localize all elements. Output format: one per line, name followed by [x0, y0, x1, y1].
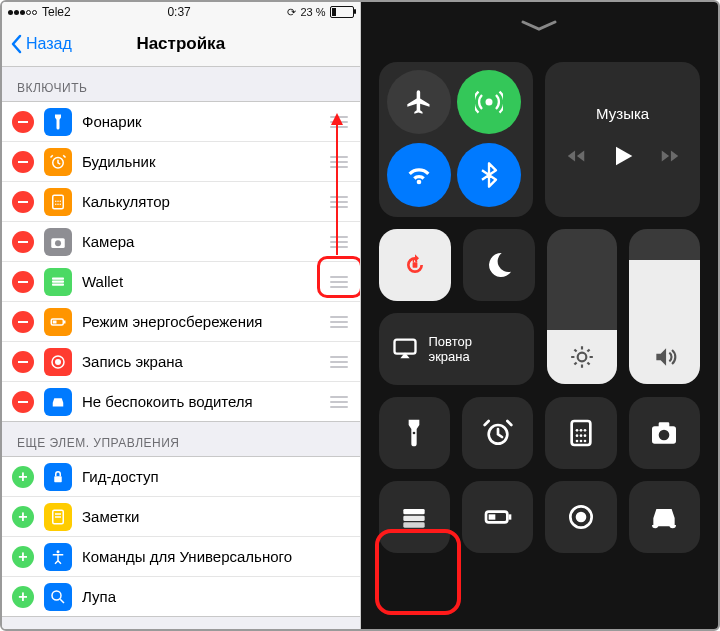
svg-rect-26	[412, 262, 417, 267]
calculator-icon	[565, 417, 597, 449]
cc-wallet[interactable]	[379, 481, 450, 553]
cellular-icon	[475, 88, 503, 116]
notes-icon	[44, 503, 72, 531]
cc-alarm[interactable]	[462, 397, 533, 469]
airplane-toggle[interactable]	[387, 70, 451, 134]
svg-point-2	[55, 200, 57, 202]
record-icon	[44, 348, 72, 376]
drag-handle[interactable]	[328, 396, 350, 408]
svg-point-45	[584, 434, 587, 437]
remove-button[interactable]	[12, 231, 34, 253]
drag-handle[interactable]	[328, 196, 350, 208]
list-item: Заметки	[2, 497, 360, 537]
list-item: Будильник	[2, 142, 360, 182]
bluetooth-icon	[475, 161, 503, 189]
list-item: Запись экрана	[2, 342, 360, 382]
row-label: Будильник	[82, 153, 328, 170]
music-title: Музыка	[596, 105, 649, 122]
rotation-lock-toggle[interactable]	[379, 229, 451, 301]
svg-rect-14	[64, 320, 66, 323]
row-label: Лупа	[82, 588, 350, 605]
list-item: Фонарик	[2, 102, 360, 142]
add-button[interactable]	[12, 546, 34, 568]
drag-handle[interactable]	[328, 316, 350, 328]
svg-point-40	[576, 429, 579, 432]
svg-line-35	[574, 362, 576, 364]
row-label: Не беспокоить водителя	[82, 393, 328, 410]
flashlight-icon	[44, 108, 72, 136]
alarm-icon	[482, 417, 514, 449]
remove-button[interactable]	[12, 391, 34, 413]
flashlight-icon	[398, 417, 430, 449]
svg-line-24	[60, 599, 64, 603]
alarm-icon	[44, 148, 72, 176]
svg-point-9	[55, 240, 61, 246]
add-button[interactable]	[12, 586, 34, 608]
music-tile[interactable]: Музыка	[545, 62, 700, 217]
wallet-icon	[398, 501, 430, 533]
camera-icon	[648, 417, 680, 449]
settings-screen: Tele2 0:37 ⟳ 23 % Назад Настройка ВКЛЮЧИ…	[2, 2, 361, 629]
drag-handle[interactable]	[328, 116, 350, 128]
list-item: Команды для Универсального	[2, 537, 360, 577]
svg-point-5	[55, 203, 57, 205]
cc-screen-record[interactable]	[545, 481, 616, 553]
svg-point-6	[57, 203, 59, 205]
svg-point-48	[584, 440, 587, 443]
cc-low-power[interactable]	[462, 481, 533, 553]
cellular-toggle[interactable]	[457, 70, 521, 134]
status-time: 0:37	[167, 5, 190, 19]
remove-button[interactable]	[12, 111, 34, 133]
cc-driving-dnd[interactable]	[629, 481, 700, 553]
section-include-header: ВКЛЮЧИТЬ	[2, 67, 360, 101]
page-title: Настройка	[136, 34, 225, 54]
svg-rect-12	[52, 283, 64, 285]
cc-flashlight[interactable]	[379, 397, 450, 469]
svg-point-47	[580, 440, 583, 443]
svg-rect-53	[404, 516, 425, 521]
row-label: Гид-доступ	[82, 468, 350, 485]
status-battery: ⟳ 23 %	[287, 6, 353, 19]
cc-camera[interactable]	[629, 397, 700, 469]
music-prev[interactable]	[565, 145, 587, 171]
drag-handle[interactable]	[328, 276, 350, 288]
svg-rect-11	[52, 280, 64, 282]
brightness-slider[interactable]	[547, 229, 618, 384]
list-item: Режим энергосбережения	[2, 302, 360, 342]
screen-mirroring-button[interactable]: Повторэкрана	[379, 313, 534, 385]
svg-point-17	[55, 359, 61, 365]
bluetooth-toggle[interactable]	[457, 143, 521, 207]
remove-button[interactable]	[12, 271, 34, 293]
music-next[interactable]	[659, 145, 681, 171]
remove-button[interactable]	[12, 351, 34, 373]
battery-icon	[44, 308, 72, 336]
back-button[interactable]: Назад	[10, 34, 72, 54]
volume-slider[interactable]	[629, 229, 700, 384]
connectivity-cluster	[379, 62, 534, 217]
wallet-icon	[44, 268, 72, 296]
cc-grabber[interactable]	[361, 2, 719, 62]
battery-icon	[482, 501, 514, 533]
moon-icon	[483, 249, 515, 281]
access-icon	[44, 543, 72, 571]
add-button[interactable]	[12, 506, 34, 528]
list-item: Гид-доступ	[2, 457, 360, 497]
remove-button[interactable]	[12, 151, 34, 173]
wifi-toggle[interactable]	[387, 143, 451, 207]
row-label: Wallet	[82, 273, 328, 290]
drag-handle[interactable]	[328, 156, 350, 168]
drag-handle[interactable]	[328, 356, 350, 368]
remove-button[interactable]	[12, 191, 34, 213]
cc-calculator[interactable]	[545, 397, 616, 469]
add-button[interactable]	[12, 466, 34, 488]
nav-bar: Назад Настройка	[2, 22, 360, 67]
more-table: Гид-доступЗаметкиКоманды для Универсальн…	[2, 456, 360, 617]
drag-handle[interactable]	[328, 236, 350, 248]
svg-rect-27	[394, 340, 415, 354]
dnd-toggle[interactable]	[463, 229, 535, 301]
svg-point-4	[60, 200, 62, 202]
svg-point-59	[576, 512, 587, 523]
status-bar: Tele2 0:37 ⟳ 23 %	[2, 2, 360, 22]
music-play[interactable]	[609, 142, 637, 174]
remove-button[interactable]	[12, 311, 34, 333]
